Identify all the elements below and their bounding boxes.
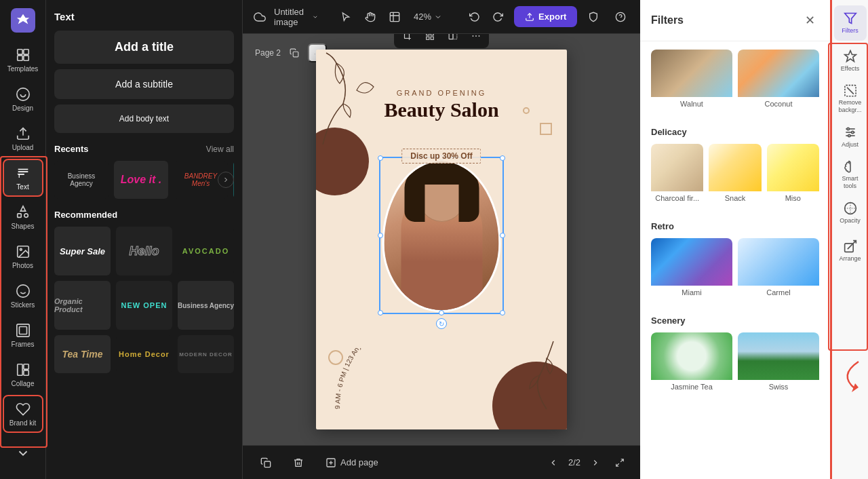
- prev-page-button[interactable]: [544, 453, 563, 472]
- filter-miami[interactable]: Miami: [651, 238, 732, 299]
- filter-walnut[interactable]: Walnut: [651, 50, 732, 111]
- bottom-bar: Add page 2/2: [243, 445, 640, 479]
- sidebar-item-text[interactable]: T Text: [3, 159, 43, 197]
- filter-carmel[interactable]: Carmel: [738, 238, 819, 299]
- right-toolbar-filters[interactable]: Filters: [834, 5, 867, 41]
- copy-page-button[interactable]: [254, 453, 278, 472]
- hand-tool[interactable]: [359, 6, 381, 28]
- bottom-text-grid: Tea Time Home Decor MODERN DECOR: [54, 335, 234, 373]
- page-copy-icon[interactable]: [286, 45, 302, 61]
- app-logo[interactable]: [11, 8, 35, 33]
- flip-icon[interactable]: [443, 34, 463, 45]
- sidebar-item-templates[interactable]: Templates: [3, 41, 43, 79]
- document-title[interactable]: Untitled image: [274, 7, 319, 27]
- sidebar-item-design[interactable]: Design: [3, 80, 43, 118]
- right-toolbar-adjust[interactable]: Adjust: [834, 119, 867, 155]
- recent-item-business-agency[interactable]: Business Agency: [54, 161, 108, 199]
- filter-jasmine-tea[interactable]: Jasmine Tea: [651, 332, 732, 394]
- filter-carmel-thumb: [738, 238, 819, 286]
- filter-grid-scenery: Jasmine Tea Swiss: [651, 332, 819, 394]
- right-toolbar: Filters Effects Remove backgr... Adjust …: [830, 0, 868, 479]
- sidebar-item-collage[interactable]: Collage: [3, 356, 43, 394]
- rec-new-open[interactable]: NEW OPEN: [116, 281, 172, 330]
- sidebar-bottom: [3, 434, 43, 474]
- shield-icon[interactable]: [583, 6, 604, 28]
- rec-organic-product[interactable]: Organic Product: [54, 281, 111, 330]
- rec-avocado[interactable]: AVOCADO: [178, 227, 234, 275]
- rec-home-decor[interactable]: Home Decor: [116, 335, 172, 373]
- more-options-icon[interactable]: ···: [466, 34, 486, 45]
- design-canvas[interactable]: GRAND OPENING Beauty Salon Disc up 30% O…: [316, 50, 567, 429]
- filters-header: Filters ✕: [640, 0, 830, 41]
- svg-marker-47: [852, 383, 859, 392]
- view-all-link[interactable]: View all: [206, 145, 234, 154]
- recents-header: Recents View all: [54, 144, 234, 154]
- zoom-control[interactable]: 42%: [408, 6, 448, 28]
- undo-button[interactable]: [464, 6, 486, 28]
- crop-icon[interactable]: [397, 34, 417, 45]
- grid-icon[interactable]: [420, 34, 440, 45]
- filter-walnut-thumb: [651, 50, 732, 97]
- right-toolbar-smart-tools[interactable]: Smart tools: [834, 157, 867, 193]
- rec-business-agency2[interactable]: Business Agency: [178, 281, 234, 330]
- delete-page-button[interactable]: [286, 453, 311, 472]
- filter-grid-delicacy: Charcoal fir... Snack Miso: [651, 144, 819, 205]
- sidebar-item-photos[interactable]: Photos: [3, 237, 43, 275]
- right-toolbar-opacity[interactable]: Opacity: [834, 195, 867, 231]
- sidebar-more-btn[interactable]: [3, 434, 43, 472]
- rec-tea-time[interactable]: Tea Time: [54, 335, 111, 373]
- cloud-save-icon[interactable]: [254, 6, 266, 28]
- frame-tool[interactable]: [384, 6, 406, 28]
- tool-group: 42%: [335, 6, 448, 28]
- sidebar-item-stickers[interactable]: Stickers: [3, 277, 43, 315]
- filters-close-button[interactable]: ✕: [800, 11, 819, 30]
- filter-charcoal-thumb: [651, 144, 703, 191]
- rec-hello[interactable]: Hello: [116, 227, 172, 275]
- export-button[interactable]: Export: [514, 6, 577, 27]
- filter-snack[interactable]: Snack: [709, 144, 761, 205]
- next-page-button[interactable]: [586, 453, 605, 472]
- sidebar-item-brand[interactable]: Brand kit: [3, 395, 43, 433]
- svg-rect-25: [427, 34, 429, 35]
- filter-walnut-label: Walnut: [651, 97, 732, 111]
- right-toolbar-arrange[interactable]: Arrange: [834, 233, 867, 269]
- help-button[interactable]: [610, 6, 631, 28]
- filters-panel: Filters ✕ Walnut Coconut Delicacy Charco…: [640, 0, 830, 479]
- rec-super-sale[interactable]: Super Sale: [54, 227, 111, 275]
- svg-rect-26: [431, 34, 433, 35]
- grand-opening-text: GRAND OPENING: [397, 89, 487, 97]
- recents-scroll-right[interactable]: [218, 172, 234, 188]
- filter-swiss[interactable]: Swiss: [738, 332, 819, 394]
- filter-swiss-thumb: [738, 332, 819, 380]
- add-page-button[interactable]: Add page: [319, 453, 385, 472]
- filter-charcoal[interactable]: Charcoal fir...: [651, 144, 703, 205]
- svg-rect-27: [427, 37, 429, 39]
- redo-button[interactable]: [487, 6, 509, 28]
- add-subtitle-button[interactable]: Add a subtitle: [54, 69, 234, 99]
- right-toolbar-effects[interactable]: Effects: [834, 43, 867, 79]
- recent-item-love-it[interactable]: Love it .: [114, 161, 168, 199]
- filter-section-delicacy: Delicacy Charcoal fir... Snack Miso: [640, 119, 830, 213]
- sidebar-item-frames[interactable]: Frames: [3, 316, 43, 354]
- add-title-button[interactable]: Add a title: [54, 31, 234, 64]
- canvas-container[interactable]: Page 2 ··· ···: [243, 34, 640, 445]
- add-body-button[interactable]: Add body text: [54, 104, 234, 133]
- filter-snack-label: Snack: [709, 191, 761, 205]
- right-toolbar-remove-bg[interactable]: Remove backgr...: [834, 81, 867, 117]
- fullscreen-button[interactable]: [610, 453, 629, 472]
- rec-modern-decor[interactable]: MODERN DECOR: [178, 335, 234, 373]
- canvas-area: Untitled image 42%: [243, 0, 640, 479]
- svg-rect-7: [17, 213, 21, 217]
- svg-text:9 AM - 6 PM | 123 Anywhere St.: 9 AM - 6 PM | 123 Anywhere St., Any Vity: [334, 348, 407, 409]
- bottom-bar-right: 2/2: [544, 453, 629, 472]
- filter-miami-thumb: [651, 238, 732, 286]
- canvas-toolbar: ···: [394, 34, 489, 48]
- text-panel: Text Add a title Add a subtitle Add body…: [46, 0, 243, 479]
- sidebar-item-shapes[interactable]: Shapes: [3, 198, 43, 236]
- filter-miso[interactable]: Miso: [767, 144, 819, 205]
- sidebar-item-upload[interactable]: Upload: [3, 119, 43, 157]
- filter-coconut[interactable]: Coconut: [738, 50, 819, 111]
- recommended-header: Recommended: [54, 210, 234, 220]
- filter-charcoal-label: Charcoal fir...: [651, 191, 703, 205]
- pointer-tool[interactable]: [335, 6, 357, 28]
